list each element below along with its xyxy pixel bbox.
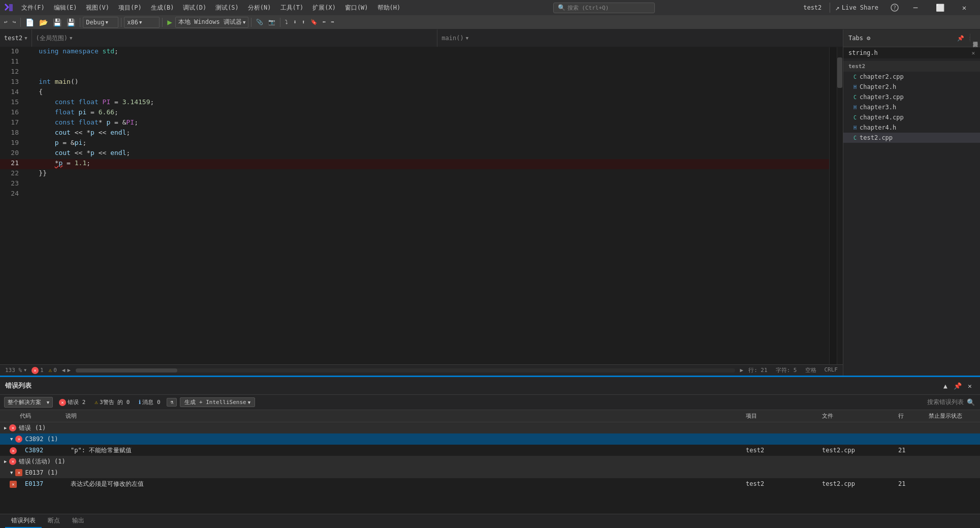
tab-item-chapter4h[interactable]: H chapter4.h bbox=[843, 122, 980, 133]
tab-item-chapter2h[interactable]: H Chapter2.h bbox=[843, 82, 980, 92]
attach-btn[interactable]: 📎 bbox=[254, 17, 265, 28]
tab-label: chapter2.cpp bbox=[860, 73, 904, 80]
new-file-btn[interactable]: 📄 bbox=[23, 17, 36, 28]
close-button[interactable]: ✕ bbox=[953, 0, 976, 15]
bottom-tab-output[interactable]: 输出 bbox=[66, 514, 90, 528]
run-target-dropdown[interactable]: 本地 Windows 调试器 ▼ bbox=[175, 17, 248, 28]
tab-item-chapter4cpp[interactable]: C chapter4.cpp bbox=[843, 112, 980, 122]
vertical-scrollbar[interactable] bbox=[837, 47, 843, 364]
menu-tools[interactable]: 工具(T) bbox=[276, 3, 308, 13]
minimize-button[interactable]: ─ bbox=[904, 0, 927, 15]
nav-btn[interactable]: ⬅ bbox=[321, 17, 328, 28]
ln-12: 12 bbox=[0, 68, 23, 78]
search-box[interactable]: 🔍 搜索 (Ctrl+Q) bbox=[553, 3, 655, 13]
menu-debug[interactable]: 调试(D) bbox=[179, 3, 210, 13]
info-badge[interactable]: ℹ 消息 0 bbox=[136, 398, 163, 407]
menu-build[interactable]: 生成(B) bbox=[147, 3, 178, 13]
menu-help[interactable]: 帮助(H) bbox=[373, 3, 405, 13]
menu-view[interactable]: 视图(V) bbox=[82, 3, 113, 13]
code-row-16: 16 float pi = 6.66; bbox=[0, 108, 829, 118]
scrollbar-thumb[interactable] bbox=[837, 57, 842, 88]
scope-selector[interactable]: (全局范围) ▼ bbox=[32, 29, 438, 47]
bookmark-btn[interactable]: 🔖 bbox=[308, 17, 320, 28]
nav-fwd-icon[interactable]: ▶ bbox=[67, 367, 71, 374]
error-table[interactable]: 代码 说明 项目 文件 行 禁止显示状态 ▶ ✕ 错误 (1) ▼ ✕ C389… bbox=[0, 410, 980, 514]
warning-indicator[interactable]: ⚠ 0 bbox=[49, 367, 57, 374]
nav-back-icon[interactable]: ◀ bbox=[62, 367, 66, 374]
encoding-info: CRLF bbox=[825, 366, 838, 374]
code-text-20: cout << *p << endl; bbox=[23, 149, 829, 159]
search-errors-btn[interactable]: 🔍 bbox=[966, 397, 976, 408]
undo-btn[interactable]: ↩ bbox=[2, 17, 10, 28]
function-selector[interactable]: main() ▼ bbox=[437, 29, 843, 47]
error-subgroup-e0137[interactable]: ▼ ✕ E0137 (1) bbox=[0, 467, 980, 478]
build-dropdown[interactable]: 生成 + IntelliSense ▼ bbox=[180, 397, 255, 407]
sep4 bbox=[162, 18, 163, 27]
error-group-1[interactable]: ▶ ✕ 错误 (1) bbox=[0, 422, 980, 433]
svg-text:?: ? bbox=[893, 5, 896, 11]
e0137-project: test2 bbox=[744, 480, 820, 487]
menu-window[interactable]: 窗口(W) bbox=[341, 3, 372, 13]
debug-step-over[interactable]: ⤵ bbox=[283, 17, 290, 28]
error-badge[interactable]: ✕ 错误 2 bbox=[56, 398, 88, 407]
menu-project[interactable]: 项目(P) bbox=[114, 3, 146, 13]
bottom-tab-errors[interactable]: 错误列表 bbox=[5, 514, 42, 528]
code-scroll-area[interactable]: 10 using namespace std; 11 12 bbox=[0, 47, 829, 364]
live-share-button[interactable]: ↗ Live Share bbox=[830, 3, 883, 13]
run-btn[interactable]: ▶ bbox=[165, 17, 174, 28]
save-btn[interactable]: 💾 bbox=[51, 17, 64, 28]
ln-16: 16 bbox=[0, 108, 23, 118]
horizontal-scrollbar[interactable] bbox=[76, 368, 735, 372]
save-all-btn[interactable]: 💾 bbox=[65, 17, 77, 28]
warning-badge[interactable]: ⚠ 3警告 的 0 bbox=[91, 398, 133, 407]
arch-arrow-icon: ▼ bbox=[139, 20, 142, 25]
warning-count: 0 bbox=[53, 367, 57, 374]
tab-item-chapter2cpp[interactable]: C chapter2.cpp bbox=[843, 72, 980, 82]
ln-20: 20 bbox=[0, 149, 23, 159]
debug-step-out[interactable]: ⬆ bbox=[300, 17, 307, 28]
tab-item-chapter3h[interactable]: H chapter3.h bbox=[843, 102, 980, 112]
bottom-tab-breakpoints[interactable]: 断点 bbox=[42, 514, 66, 528]
redo-btn[interactable]: ↪ bbox=[11, 17, 18, 28]
project-selector[interactable]: test2 ▼ bbox=[0, 29, 32, 47]
error-subgroup-c3892[interactable]: ▼ ✕ C3892 (1) bbox=[0, 433, 980, 445]
tab-item-chapter3cpp[interactable]: C chapter3.cpp bbox=[843, 92, 980, 102]
menu-test[interactable]: 测试(S) bbox=[211, 3, 243, 13]
h-scrollbar-thumb[interactable] bbox=[76, 368, 177, 372]
panel-close-btn2[interactable]: ✕ bbox=[965, 381, 975, 391]
error-row-e0137[interactable]: ✕ E0137 表达式必须是可修改的左值 test2 test2.cpp 21 bbox=[0, 478, 980, 489]
scroll-right-btn[interactable]: ▶ bbox=[740, 367, 744, 374]
zoom-control[interactable]: 133 % ▼ bbox=[5, 367, 26, 374]
menu-analyze[interactable]: 分析(N) bbox=[244, 3, 275, 13]
code-row-19: 19 p = &pi; bbox=[0, 139, 829, 149]
menu-edit[interactable]: 编辑(E) bbox=[50, 3, 81, 13]
code-row-15: 15 const float PI = 3.14159; bbox=[0, 98, 829, 108]
tab-item-test2cpp[interactable]: C test2.cpp bbox=[843, 133, 980, 143]
nav-fwd-btn[interactable]: ➡ bbox=[329, 17, 336, 28]
filter-btn[interactable]: ⚗ bbox=[167, 398, 177, 407]
col-code: 代码 bbox=[18, 412, 64, 420]
error-group-2[interactable]: ▶ ✕ 错误(活动) (1) bbox=[0, 456, 980, 467]
panel-move-up-btn[interactable]: ▲ bbox=[940, 381, 951, 391]
menu-bar[interactable]: 文件(F) 编辑(E) 视图(V) 项目(P) 生成(B) 调试(D) 测试(S… bbox=[17, 3, 404, 13]
scope-dropdown[interactable]: 整个解决方案 ▼ bbox=[4, 397, 53, 408]
debug-step-into[interactable]: ⬇ bbox=[291, 17, 299, 28]
debug-config-dropdown[interactable]: Debug ▼ bbox=[83, 17, 118, 28]
subgroup2-label: E0137 (1) bbox=[25, 469, 58, 476]
menu-file[interactable]: 文件(F) bbox=[17, 3, 49, 13]
tab-close-icon[interactable]: ✕ bbox=[971, 50, 975, 56]
error-indicator[interactable]: ✕ 1 bbox=[31, 367, 44, 374]
solution-explorer-btn[interactable]: 解决方案资源管理器 bbox=[972, 36, 979, 40]
nav-arrows[interactable]: ◀ ▶ bbox=[62, 367, 71, 374]
menu-extensions[interactable]: 扩展(X) bbox=[308, 3, 340, 13]
panel-pin-btn2[interactable]: 📌 bbox=[953, 381, 963, 391]
feedback-icon[interactable]: ? bbox=[890, 3, 900, 13]
panel-pin-btn[interactable]: 📌 bbox=[957, 34, 965, 42]
camera-btn[interactable]: 📷 bbox=[266, 17, 277, 28]
arch-dropdown[interactable]: x86 ▼ bbox=[124, 17, 160, 28]
code-editor[interactable]: 10 using namespace std; 11 12 bbox=[0, 47, 843, 364]
restore-button[interactable]: ⬜ bbox=[928, 0, 952, 15]
code-row-18: 18 cout << *p << endl; bbox=[0, 129, 829, 139]
error-row-c3892[interactable]: ✕ C3892 "p": 不能给常量赋值 test2 test2.cpp 21 bbox=[0, 445, 980, 456]
open-btn[interactable]: 📂 bbox=[37, 17, 50, 28]
